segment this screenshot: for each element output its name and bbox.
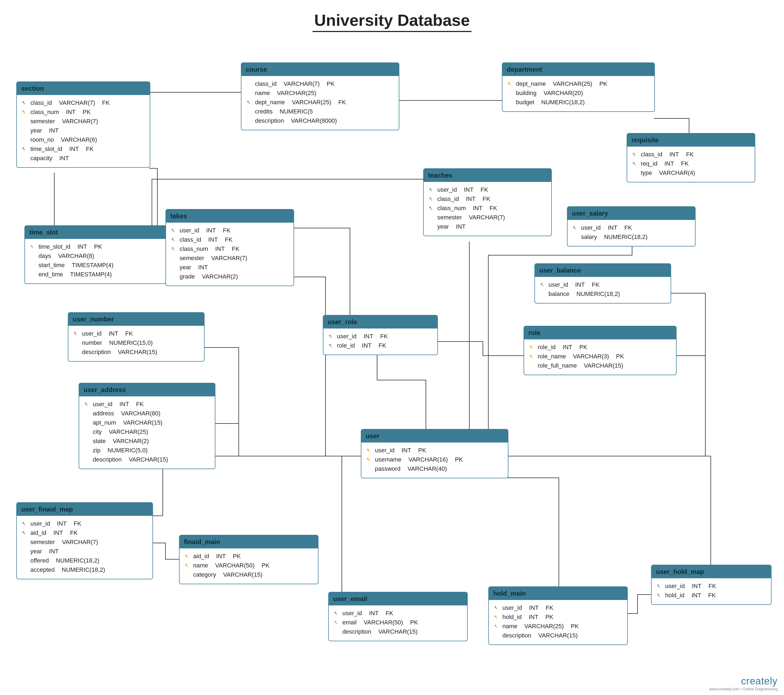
column-flag: FK — [380, 333, 388, 340]
column-row: start_time TIMESTAMP(4) — [29, 261, 162, 270]
column-name: description — [255, 117, 284, 124]
foreign-key-icon — [428, 205, 434, 211]
entity-header: teaches — [424, 169, 551, 182]
entity-header: user_hold_map — [652, 565, 771, 578]
key-spacer — [428, 224, 434, 229]
column-flag: FK — [483, 195, 490, 203]
entity-header: user — [361, 429, 508, 442]
column-type: INT — [57, 520, 66, 527]
column-type: VARCHAR(25) — [553, 80, 592, 87]
column-name: aid_id — [30, 529, 46, 537]
column-name: time_slot_id — [30, 145, 62, 153]
column-row: user_id INT FK — [333, 609, 463, 618]
svg-point-24 — [430, 188, 432, 190]
column-name: password — [375, 466, 400, 472]
column-row: credits NUMERIC(5 — [246, 107, 394, 116]
column-type: VARCHAR(2) — [202, 273, 238, 280]
column-type: VARCHAR(8) — [58, 253, 94, 259]
column-type: INT — [456, 223, 466, 230]
primary-key-icon — [507, 81, 513, 87]
foreign-key-icon — [73, 331, 79, 337]
column-flag: PK — [616, 353, 624, 360]
column-name: role_full_name — [538, 362, 577, 369]
column-row: class_id VARCHAR(7) FK — [21, 98, 145, 107]
column-flag: FK — [546, 604, 553, 611]
key-spacer — [428, 215, 434, 220]
foreign-key-icon — [632, 152, 637, 157]
entity-header: finaid_main — [180, 535, 318, 548]
column-name: user_id — [180, 227, 199, 234]
column-name: year — [437, 223, 449, 230]
key-spacer — [493, 632, 499, 639]
foreign-key-icon — [333, 610, 339, 616]
creately-logo: creately — [709, 675, 777, 687]
column-name: user_id — [343, 610, 362, 617]
column-flag: PK — [455, 456, 463, 463]
key-spacer — [246, 90, 252, 96]
key-spacer — [333, 629, 339, 635]
watermark: creately www.creately.com • Online Diagr… — [709, 675, 777, 691]
column-row: accepted NUMERIC(18,2) — [21, 565, 148, 574]
key-spacer — [246, 81, 252, 87]
column-type: INT — [206, 227, 216, 234]
entity-header: user_number — [68, 313, 204, 326]
entity-user_email: user_email user_id INT FK email VARCHAR(… — [328, 592, 468, 641]
column-flag: FK — [490, 205, 497, 212]
column-name: hold_id — [665, 592, 684, 599]
primary-key-icon — [529, 344, 534, 350]
column-row: password VARCHAR(40) — [366, 464, 504, 474]
column-type: VARCHAR(7) — [283, 80, 320, 87]
entity-user: user user_id INT PK username VARCHAR(16)… — [361, 429, 508, 478]
column-flag: FK — [386, 610, 394, 617]
column-type: TIMESTAMP(4) — [70, 271, 112, 278]
entity-name: time_slot — [29, 229, 58, 236]
key-spacer — [507, 99, 513, 105]
creately-tagline: www.creately.com • Online Diagramming — [709, 687, 777, 691]
column-row: role_name VARCHAR(3) PK — [529, 352, 672, 361]
foreign-key-icon — [21, 100, 27, 106]
entity-header: section — [17, 82, 150, 95]
column-name: name — [255, 89, 270, 97]
entity-header: user_salary — [568, 207, 695, 220]
column-type: INT — [664, 160, 674, 167]
column-type: NUMERIC(18,2) — [604, 233, 647, 241]
column-flag: FK — [225, 236, 232, 243]
column-name: days — [38, 253, 51, 259]
column-row: end_time TIMESTAMP(4) — [29, 270, 162, 279]
column-name: year — [180, 264, 191, 271]
column-name: grade — [180, 273, 195, 280]
entity-role: role role_id INT PK role_name VARCHAR(3)… — [524, 326, 677, 375]
column-row: class_num INT PK — [21, 107, 145, 117]
key-spacer — [572, 234, 578, 240]
column-name: description — [502, 632, 531, 639]
key-spacer — [21, 558, 27, 564]
column-flag: PK — [571, 623, 579, 630]
column-type: INT — [216, 553, 226, 560]
column-row: name VARCHAR(50) PK — [184, 561, 314, 570]
column-row: name VARCHAR(25) PK — [493, 622, 623, 631]
column-type: INT — [215, 246, 225, 253]
column-type: INT — [198, 264, 208, 271]
column-type: NUMERIC(18,2) — [62, 566, 105, 573]
column-row: hold_id INT FK — [656, 591, 767, 600]
column-row: year INT — [170, 263, 289, 272]
key-spacer — [29, 253, 35, 259]
column-row: type VARCHAR(4) — [632, 168, 750, 178]
column-name: salary — [581, 233, 597, 241]
column-type: INT — [529, 604, 539, 611]
column-type: VARCHAR(80) — [121, 410, 160, 417]
column-name: user_id — [665, 583, 685, 590]
column-name: user_id — [82, 330, 102, 337]
column-flag: PK — [410, 619, 418, 626]
column-row: balance NUMERIC(18,2) — [539, 289, 666, 299]
entity-name: takes — [170, 212, 187, 220]
column-row: user_id INT FK — [84, 400, 211, 409]
entity-teaches: teaches user_id INT FK class_id INT FK c… — [423, 168, 552, 236]
column-name: accepted — [30, 566, 54, 573]
entity-header: user_role — [323, 315, 437, 329]
column-name: user_id — [93, 401, 112, 408]
column-type: INT — [473, 205, 483, 212]
entity-name: requisite — [632, 136, 659, 144]
column-row: number NUMERIC(15,0) — [73, 338, 200, 348]
column-type: INT — [208, 236, 217, 243]
